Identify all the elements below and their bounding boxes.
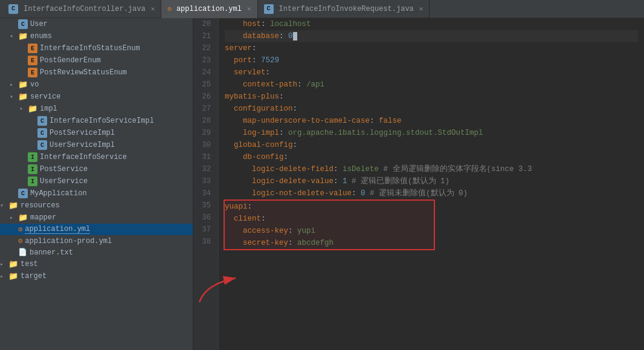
code-container[interactable]: 20 21 22 23 24 25 26 27 28 29 30 31 32 3… — [193, 18, 644, 350]
icon-status-enum: E — [28, 44, 37, 53]
label-target: target — [21, 272, 47, 280]
code-line-37: access-key: yupi — [225, 225, 434, 237]
code-line-32: logic-delete-field: isDelete # 全局逻辑删除的实体… — [225, 163, 638, 175]
code-line-33: logic-delete-value: 1 # 逻辑已删除值(默认为 1) — [225, 175, 638, 187]
code-line-21: database: 0 — [225, 30, 638, 42]
tab-icon-yml: ⚙ — [167, 5, 172, 13]
sidebar-item-test[interactable]: 📁 test — [0, 258, 193, 270]
icon-user-svc: I — [28, 177, 37, 186]
sidebar-item-InterfaceInfoService[interactable]: I InterfaceInfoService — [0, 151, 193, 163]
arrow-mapper — [10, 214, 18, 221]
icon-banner: 📄 — [18, 248, 27, 257]
code-line-28: map-underscore-to-camel-case: false — [225, 115, 638, 127]
icon-resources-folder: 📁 — [8, 201, 18, 210]
sidebar-item-application-prod-yml[interactable]: ⚙ application-prod.yml — [0, 235, 193, 247]
code-line-30: global-config: — [225, 139, 638, 151]
highlighted-section: yuapi: client: access-key: yupi secret-k… — [224, 199, 435, 250]
sidebar: C User 📁 enums E InterfaceInfoStatusEnum… — [0, 18, 193, 350]
sidebar-item-service[interactable]: 📁 service — [0, 91, 193, 103]
label-user-impl: UserServiceImpl — [50, 141, 115, 149]
sidebar-item-UserServiceImpl[interactable]: C UserServiceImpl — [0, 139, 193, 151]
label-test: test — [21, 260, 38, 268]
label-vo: vo — [30, 80, 39, 89]
label-iis: InterfaceInfoService — [40, 153, 127, 161]
sidebar-item-mapper[interactable]: 📁 mapper — [0, 212, 193, 224]
label-status-enum: InterfaceInfoStatusEnum — [40, 44, 140, 53]
icon-user: C — [18, 19, 28, 29]
label-impl: impl — [40, 105, 57, 113]
label-service: service — [30, 92, 60, 101]
code-line-29: log-impl: org.apache.ibatis.logging.stdo… — [225, 127, 638, 139]
sidebar-item-enums[interactable]: 📁 enums — [0, 30, 193, 42]
label-gender-enum: PostGenderEnum — [40, 56, 101, 65]
label-prod-yml: application-prod.yml — [25, 237, 112, 245]
icon-gender-enum: E — [28, 56, 37, 65]
label-enums: enums — [30, 32, 52, 41]
sidebar-item-banner-txt[interactable]: 📄 banner.txt — [0, 247, 193, 258]
sidebar-item-InterfaceInfoServiceImpl[interactable]: C InterfaceInfoServiceImpl — [0, 115, 193, 127]
sidebar-item-user[interactable]: C User — [0, 18, 193, 30]
icon-test-folder: 📁 — [8, 259, 18, 269]
label-post-svc: PostService — [40, 165, 88, 173]
code-line-31: db-config: — [225, 151, 638, 163]
icon-user-impl: C — [37, 140, 47, 150]
tab-interface-info-controller[interactable]: C InterfaceInfoController.java ✕ — [2, 0, 161, 18]
main-area: C User 📁 enums E InterfaceInfoStatusEnum… — [0, 18, 644, 350]
arrow-enums — [10, 33, 18, 40]
label-banner: banner.txt — [30, 248, 73, 257]
code-key: host — [225, 18, 261, 30]
sidebar-item-UserService[interactable]: I UserService — [0, 175, 193, 187]
tab-label-invoke: InterfaceInfoInvokeRequest.java — [279, 5, 414, 13]
sidebar-item-PostServiceImpl[interactable]: C PostServiceImpl — [0, 127, 193, 139]
icon-enums-folder: 📁 — [18, 31, 28, 41]
tab-icon-invoke: C — [264, 4, 274, 14]
sidebar-item-resources[interactable]: 📁 resources — [0, 199, 193, 212]
code-line-23: port: 7529 — [225, 54, 638, 66]
icon-post-svc: I — [28, 164, 37, 174]
tab-label-yml: application.yml — [176, 5, 242, 13]
label-review-enum: PostReviewStatusEnum — [40, 68, 127, 77]
code-line-38: secret-key: abcdefgh — [225, 237, 434, 249]
sidebar-item-vo[interactable]: 📁 vo — [0, 79, 193, 91]
label-user: User — [30, 20, 48, 28]
arrow-service — [10, 93, 18, 100]
label-myapp: MyApplication — [30, 189, 87, 198]
sidebar-item-target[interactable]: 📁 target — [0, 270, 193, 282]
code-line-25: context-path: /api — [225, 79, 638, 91]
code-lines[interactable]: host: localhost database: 0 server: port… — [219, 18, 644, 350]
icon-target-folder: 📁 — [8, 271, 18, 281]
tab-icon-c: C — [8, 4, 18, 14]
code-line-34: logic-not-delete-value: 0 # 逻辑未删除值(默认为 0… — [225, 187, 638, 199]
sidebar-item-application-yml[interactable]: ⚙ application.yml — [0, 224, 193, 235]
sidebar-item-PostService[interactable]: I PostService — [0, 163, 193, 175]
arrow-vo — [10, 81, 18, 88]
arrow-test — [0, 261, 8, 268]
code-line-36: client: — [225, 213, 434, 225]
tab-close-invoke[interactable]: ✕ — [419, 5, 423, 13]
label-app-yml: application.yml — [25, 225, 90, 234]
icon-myapp: C — [18, 189, 28, 198]
tab-close-controller[interactable]: ✕ — [151, 5, 155, 13]
editor-area: 20 21 22 23 24 25 26 27 28 29 30 31 32 3… — [193, 18, 644, 350]
line-numbers: 20 21 22 23 24 25 26 27 28 29 30 31 32 3… — [193, 18, 219, 350]
sidebar-item-PostReviewStatusEnum[interactable]: E PostReviewStatusEnum — [0, 66, 193, 79]
icon-mapper-folder: 📁 — [18, 213, 28, 222]
sidebar-item-PostGenderEnum[interactable]: E PostGenderEnum — [0, 54, 193, 66]
arrow-target — [0, 273, 8, 280]
label-user-svc: UserService — [40, 177, 88, 186]
icon-service-folder: 📁 — [18, 92, 28, 102]
icon-iis-impl: C — [37, 116, 47, 126]
tab-interface-info-invoke[interactable]: C InterfaceInfoInvokeRequest.java ✕ — [258, 0, 430, 18]
code-line-26: mybatis-plus: — [225, 91, 638, 103]
sidebar-item-MyApplication[interactable]: C MyApplication — [0, 187, 193, 199]
code-line-20: host: localhost — [225, 18, 638, 30]
code-line-35: yuapi: — [225, 201, 434, 213]
icon-post-impl: C — [37, 128, 47, 138]
label-post-impl: PostServiceImpl — [50, 129, 115, 137]
tab-application-yml[interactable]: ⚙ application.yml ✕ — [161, 0, 257, 18]
tab-bar: C InterfaceInfoController.java ✕ ⚙ appli… — [0, 0, 644, 18]
tab-close-yml[interactable]: ✕ — [247, 5, 251, 13]
tab-label-controller: InterfaceInfoController.java — [24, 5, 146, 13]
sidebar-item-impl[interactable]: 📁 impl — [0, 103, 193, 115]
sidebar-item-InterfaceInfoStatusEnum[interactable]: E InterfaceInfoStatusEnum — [0, 42, 193, 54]
